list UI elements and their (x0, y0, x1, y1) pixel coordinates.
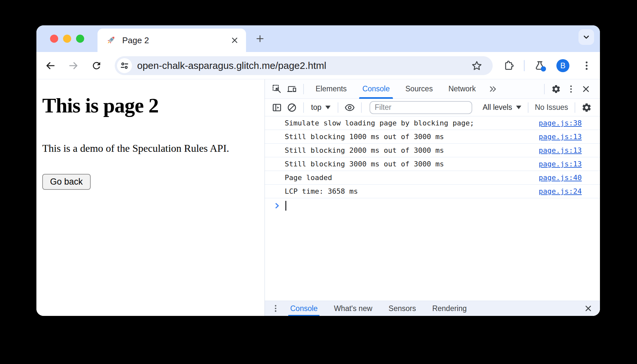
drawer-tab-rendering[interactable]: Rendering (430, 301, 469, 316)
console-message: Still blocking 3000 ms out of 3000 ms pa… (265, 157, 600, 171)
profile-avatar[interactable]: B (556, 59, 569, 72)
message-text: Simulate slow loading page by blocking p… (285, 119, 539, 127)
tab-label: Console (362, 84, 390, 93)
minimize-window-button[interactable] (63, 35, 71, 43)
tab-close-icon[interactable] (230, 35, 240, 45)
zoom-window-button[interactable] (76, 35, 84, 43)
tab-label: Sources (405, 84, 433, 93)
device-toolbar-button[interactable] (284, 82, 299, 97)
url-text[interactable]: open-chalk-asparagus.glitch.me/page2.htm… (137, 60, 471, 71)
inspect-cursor-icon (272, 84, 282, 94)
console-message: Simulate slow loading page by blocking p… (265, 116, 600, 130)
devtools-close-button[interactable] (578, 82, 593, 97)
source-link[interactable]: page.js:40 (539, 174, 582, 182)
address-bar[interactable]: open-chalk-asparagus.glitch.me/page2.htm… (115, 56, 493, 75)
close-window-button[interactable] (50, 35, 58, 43)
web-page: This is page 2 This is a demo of the Spe… (36, 79, 265, 316)
kebab-menu-icon (566, 84, 576, 94)
console-settings-button[interactable] (579, 100, 594, 115)
devtools-drawer: Console What's new Sensors Rendering (265, 301, 600, 316)
message-text: Still blocking 3000 ms out of 3000 ms (285, 160, 539, 168)
avatar-label: B (560, 61, 566, 70)
console-sidebar-button[interactable] (269, 100, 284, 115)
extensions-button[interactable] (501, 58, 516, 73)
page-heading: This is page 2 (42, 94, 258, 118)
back-button[interactable] (43, 58, 58, 73)
browser-toolbar: open-chalk-asparagus.glitch.me/page2.htm… (36, 52, 600, 79)
double-chevron-icon (488, 84, 498, 94)
devtools-divider (303, 84, 304, 94)
site-settings-button[interactable] (117, 58, 132, 73)
execution-context-selector[interactable]: top (308, 103, 334, 112)
source-link[interactable]: page.js:13 (539, 146, 582, 154)
live-expression-button[interactable] (342, 100, 357, 115)
prompt-chevron-icon (273, 202, 281, 210)
log-levels-selector[interactable]: All levels (480, 103, 524, 112)
devtools-menu-button[interactable] (564, 82, 578, 97)
browser-menu-button[interactable] (579, 58, 594, 73)
console-filter-input[interactable] (370, 101, 472, 114)
back-arrow-icon (45, 60, 56, 71)
message-text: Still blocking 2000 ms out of 3000 ms (285, 146, 539, 154)
tab-label: Console (290, 304, 318, 313)
bookmark-star-icon[interactable] (471, 60, 482, 71)
devtools-panel: Elements Console Sources Network (265, 79, 600, 316)
drawer-tab-whats-new[interactable]: What's new (332, 301, 374, 316)
devtools-divider (575, 102, 575, 113)
close-icon (581, 84, 591, 94)
experiments-button[interactable] (532, 58, 547, 73)
devtools-tab-console[interactable]: Console (359, 79, 393, 99)
inspect-element-button[interactable] (269, 82, 284, 97)
dropdown-caret-icon (325, 106, 331, 109)
forward-arrow-icon (68, 60, 79, 71)
devtools-tab-sources[interactable]: Sources (402, 79, 436, 99)
browser-tab[interactable]: Page 2 (98, 29, 246, 52)
tab-search-button[interactable] (578, 29, 594, 45)
gear-icon (581, 102, 592, 113)
experiments-badge (541, 66, 546, 72)
browser-window: Page 2 (36, 25, 600, 316)
new-tab-button[interactable] (252, 31, 268, 46)
tab-label: Network (448, 84, 476, 93)
go-back-button[interactable]: Go back (42, 174, 91, 190)
source-link[interactable]: page.js:24 (539, 187, 582, 195)
drawer-menu-button[interactable] (269, 302, 282, 315)
context-label: top (311, 103, 321, 112)
clear-console-button[interactable] (284, 100, 299, 115)
tab-label: Elements (316, 84, 347, 93)
chevron-down-icon (582, 32, 591, 42)
devtools-tab-elements[interactable]: Elements (312, 79, 350, 99)
source-link[interactable]: page.js:13 (539, 133, 582, 141)
reload-icon (91, 60, 102, 71)
drawer-tab-console[interactable]: Console (288, 301, 319, 316)
tab-label: Rendering (432, 304, 467, 313)
message-text: LCP time: 3658 ms (285, 187, 539, 195)
console-prompt[interactable] (265, 198, 600, 213)
devtools-tab-network[interactable]: Network (445, 79, 479, 99)
kebab-menu-icon (271, 304, 280, 313)
reload-button[interactable] (89, 58, 104, 73)
device-toolbar-icon (287, 84, 297, 94)
message-text: Still blocking 1000 ms out of 3000 ms (285, 133, 539, 141)
puzzle-icon (503, 60, 514, 71)
console-message: LCP time: 3658 ms page.js:24 (265, 185, 600, 198)
console-messages: Simulate slow loading page by blocking p… (265, 116, 600, 301)
tab-label: Sensors (389, 304, 416, 313)
gear-icon (551, 84, 561, 94)
issues-counter[interactable]: No Issues (532, 103, 571, 112)
dock-sidebar-icon (272, 102, 282, 113)
drawer-tab-sensors[interactable]: Sensors (387, 301, 418, 316)
tab-title: Page 2 (122, 35, 230, 46)
more-tabs-button[interactable] (486, 82, 500, 97)
content-area: This is page 2 This is a demo of the Spe… (36, 79, 600, 316)
tab-strip: Page 2 (36, 25, 600, 52)
source-link[interactable]: page.js:13 (539, 160, 582, 168)
rocket-favicon (105, 35, 116, 46)
console-message: Still blocking 2000 ms out of 3000 ms pa… (265, 144, 600, 157)
site-settings-icon (120, 61, 129, 70)
devtools-settings-button[interactable] (549, 82, 564, 97)
source-link[interactable]: page.js:38 (539, 119, 582, 127)
forward-button[interactable] (66, 58, 81, 73)
plus-icon (255, 34, 265, 43)
drawer-close-button[interactable] (582, 302, 595, 315)
